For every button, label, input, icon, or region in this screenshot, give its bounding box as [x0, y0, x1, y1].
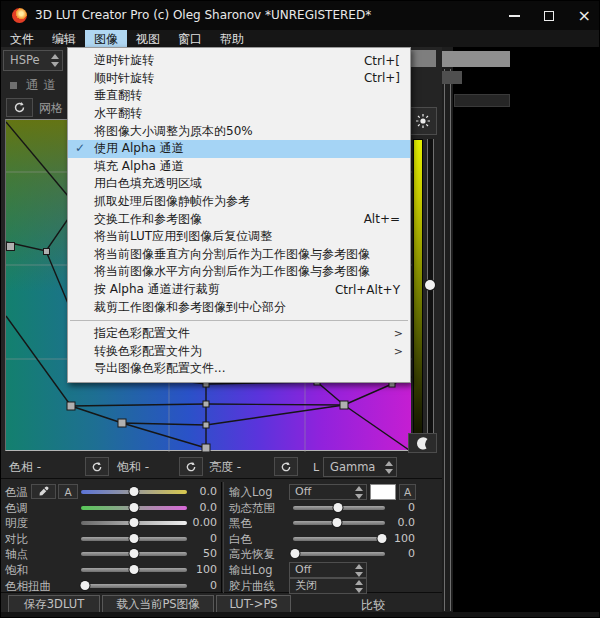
menu-item[interactable]: 抓取处理后图像静帧作为参考 — [68, 193, 410, 211]
canvas-toolbar-fragment — [442, 51, 510, 67]
submenu-arrow-icon: > — [394, 345, 403, 358]
adjustment-value: 0 — [385, 547, 415, 560]
slider-handle[interactable] — [333, 518, 342, 527]
window-bottom-edge — [1, 612, 600, 617]
dropdown-select[interactable]: Off — [289, 484, 367, 500]
menu-item[interactable]: 水平翻转 — [68, 105, 410, 123]
app-window: 3D LUT Creator Pro (c) Oleg Sharonov *UN… — [0, 0, 600, 618]
menubar-item-2[interactable]: 图像 — [85, 30, 127, 47]
sun-icon — [415, 113, 431, 129]
menu-shortcut: Ctrl+Alt+Y — [311, 283, 400, 297]
menubar-item-0[interactable]: 文件 — [1, 30, 43, 47]
menu-shortcut: Ctrl+] — [340, 71, 400, 85]
menu-item-label: 顺时针旋转 — [94, 70, 154, 87]
luminance-slider-handle[interactable] — [425, 280, 435, 290]
menu-item[interactable]: 逆时针旋转Ctrl+[ — [68, 52, 410, 70]
spinner-icon[interactable] — [51, 54, 59, 67]
menu-item-label: 导出图像色彩配置文件... — [94, 360, 225, 377]
menu-item[interactable]: 垂直翻转 — [68, 87, 410, 105]
menubar-item-3[interactable]: 视图 — [127, 30, 169, 47]
luminance-gradient-bar — [413, 139, 423, 451]
reset-button[interactable] — [85, 457, 109, 476]
menu-item[interactable]: ✓使用 Alpha 通道 — [68, 140, 410, 158]
menu-item[interactable]: 将当前LUT应用到图像后复位调整 — [68, 228, 410, 246]
menu-item-label: 将当前图像水平方向分割后作为工作图像与参考图像 — [94, 263, 370, 280]
menu-item[interactable]: 转换色彩配置文件为> — [68, 343, 410, 361]
panel-divider[interactable] — [444, 69, 445, 611]
adjustment-row: 输出LogOff — [1, 562, 442, 578]
menu-item[interactable]: 交换工作和参考图像Alt+= — [68, 210, 410, 228]
auto-button[interactable]: A — [399, 484, 416, 500]
window-title: 3D LUT Creator Pro (c) Oleg Sharonov *UN… — [35, 8, 371, 22]
spinner-icon[interactable] — [355, 564, 363, 577]
adjustment-value: 100 — [385, 532, 415, 545]
slider-track — [293, 552, 385, 556]
menubar-item-5[interactable]: 帮助 — [211, 30, 253, 47]
menu-item-label: 裁剪工作图像和参考图像到中心部分 — [94, 299, 286, 316]
reset-grid-button[interactable] — [6, 98, 33, 117]
luminance-slider-track[interactable] — [427, 139, 434, 451]
menu-item[interactable]: 按 Alpha 通道进行裁剪Ctrl+Alt+Y — [68, 281, 410, 299]
menu-item-label: 将图像大小调整为原本的50% — [94, 123, 253, 140]
slider[interactable] — [293, 500, 385, 516]
dropdown-select[interactable]: Off — [289, 562, 367, 578]
spinner-icon[interactable] — [355, 486, 363, 499]
slider[interactable] — [293, 531, 385, 547]
color-mode-select[interactable]: HSPe — [3, 50, 63, 71]
reset-button[interactable] — [179, 457, 203, 476]
gamma-select[interactable]: Gamma — [323, 457, 397, 477]
day-mode-button[interactable] — [408, 107, 437, 135]
menubar-item-1[interactable]: 编辑 — [43, 30, 85, 47]
adjustment-label: 白色 — [229, 532, 252, 547]
titlebar: 3D LUT Creator Pro (c) Oleg Sharonov *UN… — [1, 1, 600, 30]
menu-separator — [70, 320, 408, 321]
gamma-value: Gamma — [330, 460, 375, 474]
canvas-toolbar-fragment — [442, 71, 462, 84]
spinner-icon[interactable] — [385, 461, 393, 474]
adjustment-value: 0.0 — [385, 516, 415, 529]
submenu-arrow-icon: > — [394, 327, 403, 340]
hsl-group-label: 饱和 - — [117, 459, 149, 476]
menu-item[interactable]: 将当前图像垂直方向分割后作为工作图像与参考图像 — [68, 246, 410, 264]
slider[interactable] — [293, 546, 385, 562]
menu-item-label: 将当前LUT应用到图像后复位调整 — [94, 228, 272, 245]
spinner-icon[interactable] — [355, 580, 363, 593]
menu-item-label: 按 Alpha 通道进行裁剪 — [94, 281, 220, 298]
hsl-reset-row: 色相 -饱和 -亮度 -LGamma — [1, 455, 442, 479]
menu-item[interactable]: 指定色彩配置文件> — [68, 325, 410, 343]
slider[interactable] — [293, 515, 385, 531]
slider-handle[interactable] — [290, 549, 299, 558]
menu-item[interactable]: 裁剪工作图像和参考图像到中心部分 — [68, 298, 410, 316]
minimize-icon[interactable] — [509, 15, 520, 17]
adjustment-row: 高光恢复0 — [1, 546, 442, 562]
adjustment-row: 胶片曲线关闭 — [1, 578, 442, 594]
menubar-item-4[interactable]: 窗口 — [169, 30, 211, 47]
menu-item[interactable]: 将当前图像水平方向分割后作为工作图像与参考图像 — [68, 263, 410, 281]
menu-item[interactable]: 将图像大小调整为原本的50% — [68, 122, 410, 140]
night-mode-button[interactable] — [408, 433, 437, 453]
dropdown-value: Off — [295, 485, 311, 498]
adjustment-label: 黑色 — [229, 516, 252, 531]
adjustment-panel: 色温A0.0色调0.0明度0.00对比0轴点50饱和100色相扭曲0 输入Log… — [1, 482, 442, 593]
reset-button[interactable] — [274, 457, 298, 476]
menu-item[interactable]: 导出图像色彩配置文件... — [68, 360, 410, 378]
maximize-icon[interactable] — [544, 11, 554, 21]
menu-item[interactable]: 顺时针旋转Ctrl+] — [68, 70, 410, 88]
menu-item[interactable]: 用白色填充透明区域 — [68, 175, 410, 193]
menu-item[interactable]: 填充 Alpha 通道 — [68, 158, 410, 176]
check-icon: ✓ — [75, 141, 85, 155]
image-canvas — [453, 47, 600, 614]
refresh-icon — [280, 461, 292, 473]
hsl-group: 饱和 - — [117, 455, 203, 479]
adjustment-value: 0 — [385, 501, 415, 514]
slider-handle[interactable] — [334, 503, 343, 512]
close-icon[interactable]: × — [578, 1, 591, 30]
color-swatch[interactable] — [370, 484, 396, 500]
panel-divider[interactable] — [450, 69, 451, 611]
dropdown-select[interactable]: 关闭 — [289, 578, 367, 594]
adjustment-row: 黑色0.0 — [1, 515, 442, 531]
menu-item-label: 转换色彩配置文件为 — [94, 343, 202, 360]
dropdown-value: 关闭 — [295, 579, 317, 592]
menu-item-label: 使用 Alpha 通道 — [94, 140, 184, 157]
adjustment-row: 输入LogOffA — [1, 484, 442, 500]
